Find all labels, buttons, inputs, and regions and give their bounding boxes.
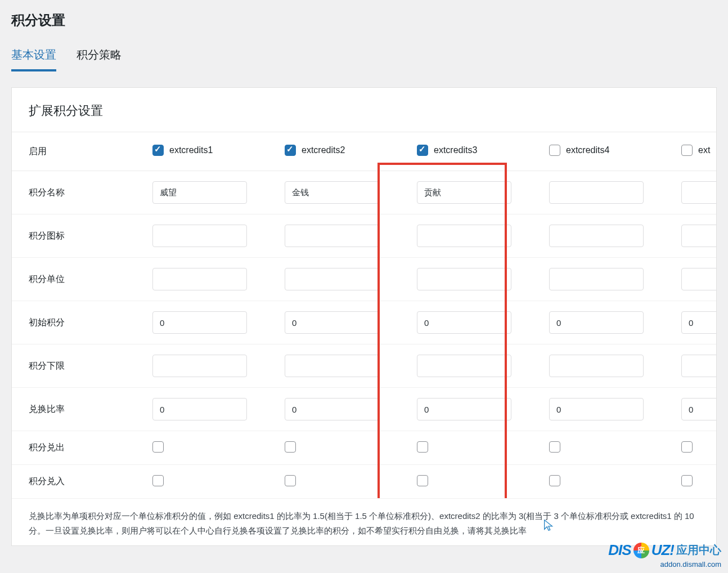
row-name-label: 积分名称 [12,171,136,214]
in-checkbox-3[interactable] [417,475,428,486]
ratio-input-1[interactable] [152,398,247,420]
ratio-input-5[interactable] [681,398,716,420]
page-title: 积分设置 [11,0,717,43]
icon-input-1[interactable] [152,225,247,247]
section-title: 扩展积分设置 [12,88,716,132]
tab-credit-policy[interactable]: 积分策略 [77,43,122,71]
in-checkbox-1[interactable] [152,475,164,486]
ratio-input-2[interactable] [285,398,379,420]
unit-input-4[interactable] [549,268,644,290]
watermark-brand-suffix: UZ! [651,541,674,557]
row-lower-label: 积分下限 [12,344,136,388]
credits-table: 启用 extcredits1 extcredits2 extcredits3 e… [12,132,716,498]
tabs: 基本设置 积分策略 [11,43,717,71]
in-checkbox-4[interactable] [549,475,560,486]
name-input-1[interactable] [152,181,247,204]
unit-input-3[interactable] [417,268,511,290]
out-checkbox-4[interactable] [549,441,560,453]
ratio-input-4[interactable] [549,398,644,420]
icon-input-2[interactable] [285,225,379,247]
unit-input-5[interactable] [681,268,716,290]
name-input-3[interactable] [417,181,511,204]
row-in-label: 积分兑入 [12,465,136,499]
name-input-2[interactable] [285,181,379,204]
lower-input-1[interactable] [152,355,247,377]
enable-checkbox-4[interactable] [549,145,560,156]
col-header-2: extcredits2 [268,132,400,171]
watermark-cn: 应用中心 [676,543,721,557]
out-checkbox-5[interactable] [681,441,693,453]
out-checkbox-1[interactable] [152,441,164,453]
enable-checkbox-1[interactable] [152,145,164,156]
in-checkbox-5[interactable] [681,475,693,486]
name-input-5[interactable] [681,181,716,204]
row-icon-label: 积分图标 [12,214,136,258]
col-header-5: ext [664,132,716,171]
initial-input-3[interactable] [417,311,511,334]
icon-input-5[interactable] [681,225,716,247]
watermark-circle-icon: 应 [633,543,649,558]
ratio-input-3[interactable] [417,398,511,420]
unit-input-1[interactable] [152,268,247,290]
exchange-note: 兑换比率为单项积分对应一个单位标准积分的值，例如 extcredits1 的比率… [12,498,716,545]
row-ratio-label: 兑换比率 [12,388,136,431]
enable-checkbox-5[interactable] [681,145,693,156]
enable-checkbox-3[interactable] [417,145,428,156]
icon-input-4[interactable] [549,225,644,247]
row-unit-label: 积分单位 [12,258,136,301]
col-header-3: extcredits3 [400,132,532,171]
row-out-label: 积分兑出 [12,431,136,465]
lower-input-2[interactable] [285,355,379,377]
lower-input-3[interactable] [417,355,511,377]
name-input-4[interactable] [549,181,644,204]
out-checkbox-3[interactable] [417,441,428,453]
initial-input-1[interactable] [152,311,247,334]
row-initial-label: 初始积分 [12,301,136,344]
initial-input-2[interactable] [285,311,379,334]
cursor-icon [542,519,555,531]
col-header-4: extcredits4 [532,132,664,171]
header-enable: 启用 [12,132,136,171]
initial-input-5[interactable] [681,311,716,334]
col-label-1: extcredits1 [169,145,213,155]
col-label-2: extcredits2 [302,145,345,155]
enable-checkbox-2[interactable] [285,145,296,156]
col-label-5: ext [698,145,710,155]
watermark-brand-prefix: DIS [608,541,631,557]
col-header-1: extcredits1 [136,132,268,171]
icon-input-3[interactable] [417,225,511,247]
watermark: DIS 应 UZ! 应用中心 addon.dismall.com [608,541,721,557]
lower-input-5[interactable] [681,355,716,377]
lower-input-4[interactable] [549,355,644,377]
tab-basic-settings[interactable]: 基本设置 [11,43,56,71]
out-checkbox-2[interactable] [285,441,296,453]
in-checkbox-2[interactable] [285,475,296,486]
col-label-3: extcredits3 [434,145,477,155]
initial-input-4[interactable] [549,311,644,334]
col-label-4: extcredits4 [566,145,609,155]
unit-input-2[interactable] [285,268,379,290]
settings-panel: 扩展积分设置 启用 extcredits1 extcredits2 extcre… [11,87,717,546]
